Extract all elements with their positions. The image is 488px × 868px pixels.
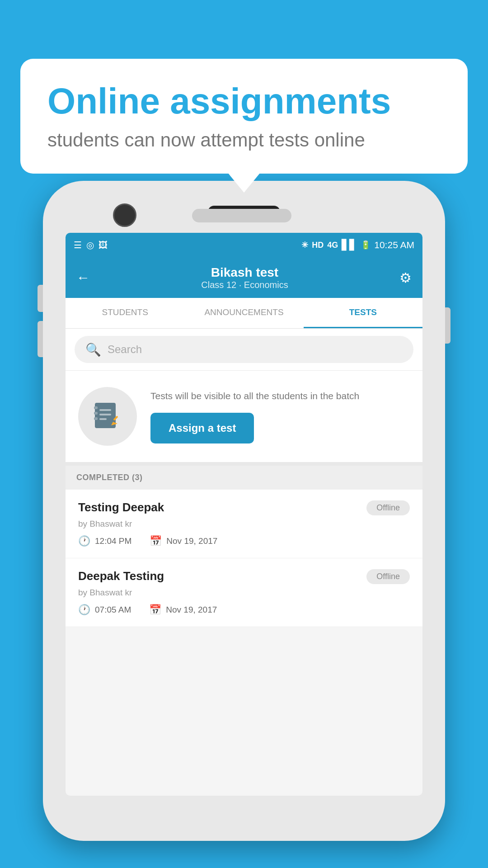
phone-camera [113, 203, 136, 227]
background: Online assignments students can now atte… [0, 0, 488, 868]
whatsapp-icon: ◎ [86, 240, 94, 250]
svg-rect-6 [99, 418, 107, 420]
calendar-icon: 📅 [149, 604, 161, 616]
status-time: 10:25 AM [374, 240, 414, 250]
signal-bars: ▋▋ [342, 239, 357, 251]
status-bar-left: ☰ ◎ 🖼 [74, 240, 108, 250]
tab-tests[interactable]: TESTS [304, 298, 422, 328]
search-icon: 🔍 [85, 342, 101, 357]
test-item-name: Testing Deepak [78, 500, 164, 514]
app-bar-center: Bikash test Class 12 · Economics [90, 265, 399, 290]
test-item-date: 📅 Nov 19, 2017 [150, 535, 217, 547]
app-bar: ← Bikash test Class 12 · Economics ⚙ [66, 257, 422, 298]
bubble-subtitle: students can now attempt tests online [47, 129, 441, 151]
completed-section-header: COMPLETED (3) [66, 466, 422, 490]
svg-rect-2 [94, 412, 98, 415]
svg-rect-4 [99, 409, 111, 411]
notebook-icon [91, 400, 124, 433]
test-icon-circle [78, 387, 137, 446]
test-item-meta: 🕐 12:04 PM 📅 Nov 19, 2017 [78, 535, 410, 547]
assign-test-button[interactable]: Assign a test [150, 413, 254, 443]
phone-side-button-left-top [38, 285, 43, 312]
bubble-title: Online assignments [47, 81, 441, 121]
notification-icon: ☰ [74, 240, 82, 250]
phone-screen: ☰ ◎ 🖼 ✳ HD 4G ▋▋ 🔋 10:25 AM ← Bikash tes… [66, 233, 422, 796]
test-item-name: Deepak Testing [78, 569, 164, 583]
settings-icon[interactable]: ⚙ [399, 270, 412, 286]
app-bar-title: Bikash test [90, 265, 399, 280]
search-placeholder: Search [108, 343, 142, 356]
assign-description: Tests will be visible to all the student… [150, 389, 410, 402]
test-item-time: 🕐 12:04 PM [78, 535, 131, 547]
clock-icon: 🕐 [78, 604, 90, 616]
speech-bubble: Online assignments students can now atte… [20, 59, 468, 174]
svg-rect-5 [99, 414, 111, 415]
status-bar: ☰ ◎ 🖼 ✳ HD 4G ▋▋ 🔋 10:25 AM [66, 233, 422, 257]
search-bar[interactable]: 🔍 Search [75, 336, 413, 363]
tab-students[interactable]: STUDENTS [66, 298, 184, 328]
test-item-time: 🕐 07:05 AM [78, 604, 131, 616]
offline-badge: Offline [366, 500, 410, 515]
status-bar-right: ✳ HD 4G ▋▋ 🔋 10:25 AM [301, 239, 414, 251]
battery-icon: 🔋 [361, 240, 371, 250]
offline-badge: Offline [366, 569, 410, 584]
bluetooth-icon: ✳ [301, 240, 308, 250]
back-button[interactable]: ← [76, 270, 90, 285]
hd-badge: HD [312, 241, 324, 250]
clock-icon: 🕐 [78, 535, 90, 547]
assign-section: Tests will be visible to all the student… [66, 371, 422, 466]
test-item-author: by Bhaswat kr [78, 519, 410, 529]
4g-badge: 4G [327, 241, 338, 250]
svg-rect-1 [94, 406, 98, 409]
assign-right: Tests will be visible to all the student… [150, 389, 410, 443]
test-item[interactable]: Deepak Testing Offline by Bhaswat kr 🕐 0… [66, 558, 422, 627]
phone-side-button-right [445, 307, 450, 344]
tab-bar: STUDENTS ANNOUNCEMENTS TESTS [66, 298, 422, 329]
phone-frame: ☰ ◎ 🖼 ✳ HD 4G ▋▋ 🔋 10:25 AM ← Bikash tes… [43, 181, 445, 841]
test-item-top: Deepak Testing Offline [78, 569, 410, 584]
svg-rect-3 [94, 417, 98, 420]
test-item-date: 📅 Nov 19, 2017 [149, 604, 217, 616]
search-bar-container: 🔍 Search [66, 329, 422, 371]
calendar-icon: 📅 [150, 535, 162, 547]
tab-announcements[interactable]: ANNOUNCEMENTS [184, 298, 303, 328]
test-item[interactable]: Testing Deepak Offline by Bhaswat kr 🕐 1… [66, 490, 422, 558]
gallery-icon: 🖼 [99, 240, 108, 250]
app-bar-subtitle: Class 12 · Economics [90, 280, 399, 290]
test-item-meta: 🕐 07:05 AM 📅 Nov 19, 2017 [78, 604, 410, 616]
phone-side-button-left-bottom [38, 321, 43, 357]
test-item-author: by Bhaswat kr [78, 588, 410, 598]
test-item-top: Testing Deepak Offline [78, 500, 410, 515]
phone-speaker [192, 209, 291, 222]
